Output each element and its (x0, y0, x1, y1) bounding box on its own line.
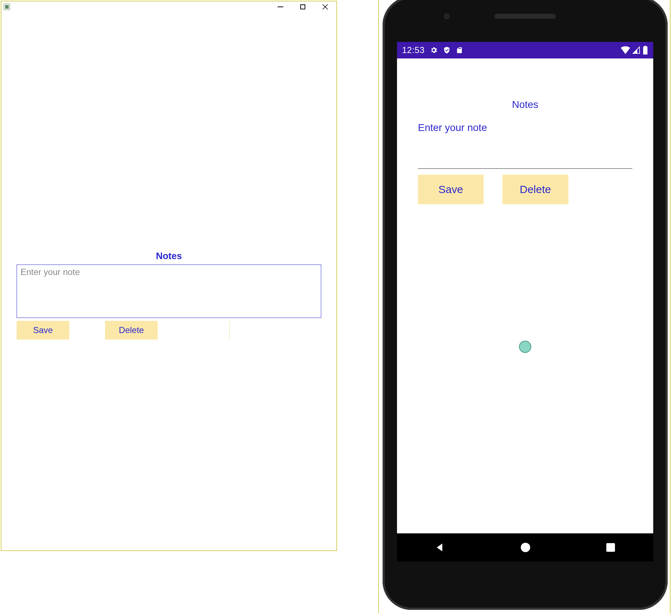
home-icon (521, 543, 530, 552)
close-icon (322, 4, 328, 10)
signal-icon (632, 46, 640, 54)
page-title: Notes (17, 250, 321, 262)
phone-screen: 12:53 (397, 42, 653, 533)
status-bar: 12:53 (397, 42, 653, 58)
note-input[interactable]: Enter your note (418, 122, 632, 169)
recents-button[interactable] (606, 543, 615, 552)
sd-card-icon (456, 46, 463, 54)
phone-frame: 12:53 (383, 0, 668, 610)
window-controls (276, 2, 330, 12)
button-row: Save Delete (17, 321, 321, 340)
note-input[interactable] (17, 265, 321, 318)
phone-speaker (494, 14, 556, 19)
save-button[interactable]: Save (17, 321, 69, 340)
note-placeholder: Enter your note (418, 122, 632, 134)
delete-button[interactable]: Delete (105, 321, 158, 340)
save-button[interactable]: Save (418, 175, 484, 204)
phone-content: Notes Enter your note Save Delete (397, 58, 653, 204)
shield-icon (443, 46, 451, 54)
desktop-window: Notes Save Delete (1, 1, 337, 551)
page-title: Notes (418, 99, 632, 110)
input-underline (418, 168, 632, 169)
window-titlebar (1, 1, 336, 12)
delete-button[interactable]: Delete (502, 175, 568, 204)
maximize-button[interactable] (298, 2, 307, 12)
maximize-icon (300, 4, 305, 9)
touch-indicator-icon (519, 341, 531, 353)
phone-preview: 12:53 (378, 0, 671, 613)
back-icon (435, 543, 445, 552)
gear-icon (430, 46, 438, 54)
button-row: Save Delete (418, 175, 632, 204)
phone-camera (444, 13, 450, 19)
wifi-icon (621, 46, 630, 54)
close-button[interactable] (320, 2, 330, 12)
desktop-body: Notes Save Delete (1, 12, 336, 340)
android-nav-bar (397, 533, 653, 562)
minimize-icon (278, 6, 283, 7)
back-button[interactable] (435, 543, 445, 552)
phone-bezel-top (383, 0, 668, 42)
minimize-button[interactable] (276, 2, 285, 12)
battery-icon (642, 46, 648, 54)
app-icon (4, 4, 10, 10)
home-button[interactable] (521, 543, 530, 552)
recents-icon (606, 543, 615, 552)
status-time: 12:53 (402, 45, 425, 55)
